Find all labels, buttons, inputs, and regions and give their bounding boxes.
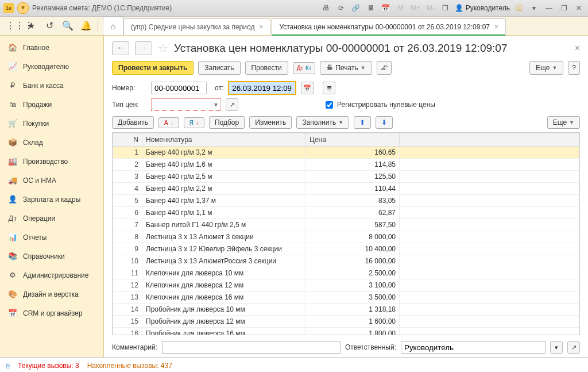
sidebar-item-14[interactable]: 📅CRM и органайзер	[0, 304, 103, 323]
table-row[interactable]: 14Пробойник для люверса 10 мм1 318,18	[113, 304, 579, 316]
titlebar-mplus-icon[interactable]: M+	[410, 3, 421, 13]
tab-prev[interactable]: (упр) Средние цены закупки за период×	[123, 18, 270, 35]
table-row[interactable]: 10Лестница 3 х 13 АлюметРоссия 3 секции1…	[113, 255, 579, 267]
window-close-icon[interactable]: ✕	[573, 3, 585, 13]
sidebar-item-10[interactable]: 📊Отчеты	[0, 228, 103, 247]
sidebar-item-12[interactable]: ⚙Администрирование	[0, 266, 103, 285]
table-row[interactable]: 5Банер 440 гр/м 1,37 м83,05	[113, 195, 579, 207]
number-input[interactable]	[151, 82, 207, 94]
titlebar-info-icon[interactable]: ⓘ	[513, 3, 525, 13]
select-button[interactable]: Подбор	[209, 116, 245, 129]
titlebar-calc-icon[interactable]: 🖩	[365, 3, 377, 13]
sidebar-item-8[interactable]: 👤Зарплата и кадры	[0, 190, 103, 209]
favorites-star-icon[interactable]: ★	[24, 19, 38, 33]
sidebar-item-1[interactable]: 📈Руководителю	[0, 57, 103, 76]
titlebar-windows-icon[interactable]: ❐	[440, 3, 451, 13]
sidebar-item-4[interactable]: 🛒Покупки	[0, 114, 103, 133]
add-row-button[interactable]: Добавить	[112, 116, 154, 129]
sidebar-item-5[interactable]: 📦Склад	[0, 133, 103, 152]
titlebar-print-icon[interactable]: 🖶	[320, 3, 332, 13]
tab-prev-close-icon[interactable]: ×	[259, 23, 263, 31]
form-close-icon[interactable]: ×	[575, 43, 580, 53]
change-button[interactable]: Изменить	[249, 116, 292, 129]
sidebar-item-11[interactable]: 📚Справочники	[0, 247, 103, 266]
nav-back-button[interactable]: ←	[112, 41, 129, 55]
register-zero-input[interactable]	[326, 101, 333, 109]
sort-desc-button[interactable]: Я↓	[184, 117, 204, 128]
col-nomenclature[interactable]: Номенклатура	[142, 133, 306, 147]
sidebar-item-7[interactable]: 🚚ОС и НМА	[0, 171, 103, 190]
search-icon[interactable]: 🔍	[61, 19, 75, 33]
price-table[interactable]: N Номенклатура Цена 1Банер 440 гр/м 3,2 …	[112, 132, 580, 335]
responsible-open-icon[interactable]: ↗	[567, 341, 580, 354]
attach-button[interactable]: 🖇	[377, 61, 392, 75]
dtkt-button[interactable]: ДтКт	[293, 62, 316, 74]
comment-input[interactable]	[162, 341, 341, 354]
responsible-label: Ответственный:	[345, 343, 396, 351]
sidebar-item-2[interactable]: ₽Банк и касса	[0, 76, 103, 95]
titlebar-refresh-icon[interactable]: ⟳	[335, 3, 347, 13]
help-button[interactable]: ?	[568, 61, 580, 75]
titlebar-m-icon[interactable]: M	[395, 3, 407, 13]
table-row[interactable]: 8Лестница 3 х 13 Алюмет 3 секции8 000,00	[113, 231, 579, 243]
table-row[interactable]: 16Пробойник для люверса 16 мм1 800,00	[113, 328, 579, 336]
table-more-button[interactable]: Еще▼	[547, 116, 580, 129]
more-button[interactable]: Еще▼	[529, 61, 563, 75]
table-row[interactable]: 15Пробойник для люверса 12 мм1 600,00	[113, 316, 579, 328]
price-type-combo[interactable]: ▾	[151, 98, 221, 111]
sidebar-item-13[interactable]: 🎨Дизайн и верстка	[0, 285, 103, 304]
tab-active[interactable]: Установка цен номенклатуры 00-00000001 о…	[272, 18, 506, 35]
date-input[interactable]	[228, 81, 296, 95]
post-and-close-button[interactable]: Провести и закрыть	[112, 61, 194, 75]
cell-n: 6	[113, 207, 142, 219]
window-restore-icon[interactable]: ❐	[558, 3, 570, 13]
table-row[interactable]: 7Баннер литой Г1 440 гр/м 2,5 м587,50	[113, 219, 579, 231]
post-button[interactable]: Провести	[245, 61, 288, 75]
table-row[interactable]: 4Банер 440 гр/м 2,2 м110,44	[113, 183, 579, 195]
sidebar-label: Склад	[23, 139, 43, 147]
titlebar-mminus-icon[interactable]: M-	[425, 3, 436, 13]
print-button[interactable]: 🖶Печать▼	[320, 61, 372, 75]
sort-asc-button[interactable]: А↓	[158, 117, 179, 128]
nav-forward-button[interactable]: →	[135, 41, 152, 55]
window-minimize-icon[interactable]: —	[543, 3, 555, 13]
open-ref-icon[interactable]: ↗	[226, 98, 238, 111]
table-row[interactable]: 6Банер 440 гр/м 1,1 м62,87	[113, 207, 579, 219]
cell-n: 13	[113, 292, 142, 304]
history-icon[interactable]: ↺	[42, 19, 56, 33]
titlebar-calendar-icon[interactable]: 📅	[380, 3, 392, 13]
col-price[interactable]: Цена	[306, 133, 400, 147]
sidebar-item-9[interactable]: ДтОперации	[0, 209, 103, 228]
apps-grid-icon[interactable]: ⋮⋮⋮	[6, 19, 20, 33]
table-row[interactable]: 1Банер 440 гр/м 3,2 м160,65	[113, 147, 579, 159]
table-row[interactable]: 2Банер 440 гр/м 1,6 м114,85	[113, 159, 579, 171]
titlebar-dropdown-icon[interactable]: ▾	[528, 3, 540, 13]
table-row[interactable]: 9Лестница 3 х 12 Ювелир Эйфель 3 секции1…	[113, 243, 579, 255]
responsible-dropdown-icon[interactable]: ▾	[550, 341, 563, 354]
current-user[interactable]: 👤Руководитель	[455, 4, 510, 12]
tab-active-close-icon[interactable]: ×	[494, 23, 498, 31]
app-menu-dropdown[interactable]: ▾	[17, 2, 29, 14]
table-row[interactable]: 12Клепочник для люверса 12 мм3 100,00	[113, 279, 579, 292]
responsible-input[interactable]	[401, 341, 546, 354]
titlebar-link-icon[interactable]: 🔗	[350, 3, 362, 13]
save-button[interactable]: Записать	[198, 61, 240, 75]
favorite-star-icon[interactable]: ☆	[158, 41, 168, 55]
home-tab[interactable]: ⌂	[103, 17, 123, 35]
list-icon[interactable]: ≣	[323, 82, 335, 94]
sidebar-item-3[interactable]: 🛍Продажи	[0, 95, 103, 114]
cell-nomenclature: Пробойник для люверса 12 мм	[142, 316, 306, 328]
move-down-button[interactable]: ⬇	[376, 116, 393, 129]
fill-button[interactable]: Заполнить▼	[296, 116, 349, 129]
table-row[interactable]: 3Банер 440 гр/м 2,5 м125,50	[113, 171, 579, 183]
sidebar-item-6[interactable]: 🏭Производство	[0, 152, 103, 171]
register-zero-checkbox[interactable]: Регистрировать нулевые цены	[323, 99, 435, 110]
calendar-picker-icon[interactable]: 📅	[301, 82, 314, 94]
bell-icon[interactable]: 🔔	[79, 19, 93, 33]
form-row-type: Тип цен: ▾ ↗ Регистрировать нулевые цены	[104, 97, 588, 113]
move-up-button[interactable]: ⬆	[354, 116, 371, 129]
table-row[interactable]: 13Клепочник для люверса 16 мм3 500,00	[113, 292, 579, 304]
table-row[interactable]: 11Клепочник для люверса 10 мм2 500,00	[113, 267, 579, 279]
sidebar-item-0[interactable]: 🏠Главное	[0, 38, 103, 57]
col-n[interactable]: N	[113, 133, 142, 147]
